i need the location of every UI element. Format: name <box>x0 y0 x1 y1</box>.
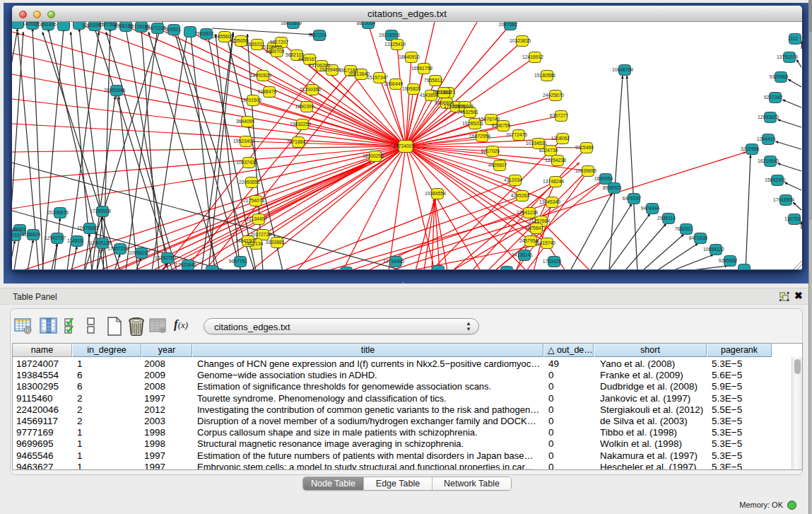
svg-text:9474444: 9474444 <box>641 206 660 211</box>
svg-text:13701506: 13701506 <box>240 98 261 103</box>
svg-text:13748244: 13748244 <box>543 179 564 184</box>
svg-text:2935114: 2935114 <box>657 216 676 221</box>
svg-text:17016504: 17016504 <box>773 197 794 202</box>
svg-text:10334531: 10334531 <box>526 141 547 146</box>
svg-text:16961758: 16961758 <box>411 66 433 71</box>
svg-text:9245652: 9245652 <box>719 258 738 263</box>
svg-text:3215956: 3215956 <box>741 146 760 151</box>
svg-text:5188470: 5188470 <box>258 89 277 94</box>
svg-text:15692301: 15692301 <box>765 177 786 182</box>
svg-text:7955812: 7955812 <box>424 78 443 83</box>
svg-text:8396759: 8396759 <box>492 123 511 128</box>
svg-text:6479197: 6479197 <box>623 196 642 201</box>
svg-text:1112: 1112 <box>788 36 798 41</box>
svg-text:9875847: 9875847 <box>525 226 544 230</box>
svg-text:20772475: 20772475 <box>506 132 527 137</box>
svg-text:10837430: 10837430 <box>236 160 257 165</box>
svg-text:1890399: 1890399 <box>295 104 314 109</box>
svg-text:18724007: 18724007 <box>393 144 414 148</box>
svg-text:19832259: 19832259 <box>290 122 311 127</box>
svg-text:13134457: 13134457 <box>246 216 267 221</box>
svg-text:17957233: 17957233 <box>107 246 129 251</box>
svg-text:39153: 39153 <box>12 233 20 238</box>
svg-text:15076749: 15076749 <box>478 117 500 122</box>
svg-text:17359928: 17359928 <box>90 209 111 214</box>
svg-text:16210643: 16210643 <box>758 158 779 163</box>
svg-text:12093823: 12093823 <box>758 115 779 119</box>
svg-text:4112034: 4112034 <box>504 177 522 182</box>
svg-text:12923446: 12923446 <box>175 262 196 267</box>
svg-text:3333883: 3333883 <box>266 240 285 245</box>
svg-text:12416912: 12416912 <box>522 54 543 59</box>
svg-text:7671884: 7671884 <box>287 139 306 144</box>
svg-text:7632621: 7632621 <box>675 226 694 231</box>
svg-text:9657791: 9657791 <box>229 259 248 264</box>
svg-text:16072954: 16072954 <box>469 134 490 139</box>
svg-text:10323815: 10323815 <box>510 38 531 43</box>
svg-text:9115460: 9115460 <box>575 145 594 150</box>
svg-text:19384554: 19384554 <box>425 191 446 196</box>
svg-text:9329966: 9329966 <box>770 74 789 79</box>
svg-text:8938923: 8938923 <box>603 185 622 190</box>
svg-text:4439167: 4439167 <box>298 57 317 62</box>
svg-text:21257684: 21257684 <box>529 218 550 223</box>
svg-text:18992829: 18992829 <box>250 73 271 78</box>
svg-text:7515521: 7515521 <box>163 27 182 32</box>
svg-text:6357277: 6357277 <box>550 113 569 118</box>
svg-text:7663822: 7663822 <box>195 31 214 36</box>
svg-text:12541238: 12541238 <box>517 210 538 215</box>
svg-text:16782759: 16782759 <box>155 255 176 260</box>
svg-text:8813054: 8813054 <box>357 22 376 25</box>
svg-text:13716485: 13716485 <box>383 259 404 264</box>
svg-text:18300295: 18300295 <box>363 153 384 158</box>
svg-text:1640954: 1640954 <box>594 176 613 181</box>
svg-text:15157347: 15157347 <box>367 75 388 80</box>
svg-text:15180586: 15180586 <box>534 73 555 78</box>
svg-text:9227342: 9227342 <box>764 95 783 100</box>
svg-text:1244415: 1244415 <box>757 136 776 141</box>
svg-text:14136141: 14136141 <box>512 252 533 257</box>
svg-text:13325419: 13325419 <box>384 42 406 47</box>
svg-text:4429607: 4429607 <box>488 163 507 168</box>
svg-text:19218506: 19218506 <box>379 33 400 37</box>
svg-text:8489709: 8489709 <box>266 49 285 54</box>
svg-text:24532561: 24532561 <box>457 110 478 115</box>
svg-text:20206576: 20206576 <box>47 210 69 215</box>
svg-text:21200396: 21200396 <box>300 87 321 92</box>
svg-text:3644095: 3644095 <box>236 119 255 124</box>
svg-text:22093651: 22093651 <box>239 180 260 185</box>
svg-text:12505135: 12505135 <box>90 240 111 245</box>
svg-text:1156829: 1156829 <box>22 232 40 237</box>
svg-text:10958167: 10958167 <box>129 250 150 255</box>
svg-text:116753: 116753 <box>784 216 800 221</box>
svg-text:24641507: 24641507 <box>235 238 257 243</box>
svg-text:985061: 985061 <box>12 227 26 232</box>
svg-text:2066449: 2066449 <box>384 81 404 86</box>
svg-text:2087682: 2087682 <box>499 22 518 27</box>
svg-text:10654122: 10654122 <box>703 247 724 252</box>
svg-text:16415740: 16415740 <box>534 240 555 245</box>
svg-text:7357224: 7357224 <box>308 33 327 37</box>
svg-text:20053346: 20053346 <box>104 88 125 93</box>
svg-text:13045349: 13045349 <box>539 199 560 204</box>
svg-text:1733426: 1733426 <box>543 259 562 264</box>
svg-text:16033809: 16033809 <box>281 22 302 25</box>
svg-text:114519: 114519 <box>67 238 83 243</box>
svg-text:10975667: 10975667 <box>77 226 98 230</box>
svg-text:10648784: 10648784 <box>612 67 633 72</box>
svg-text:1999828: 1999828 <box>402 86 421 91</box>
svg-text:6217026: 6217026 <box>481 148 500 153</box>
svg-text:9217207: 9217207 <box>270 40 289 45</box>
svg-text:18640910: 18640910 <box>399 54 420 59</box>
svg-text:1218062: 1218062 <box>551 136 570 141</box>
svg-text:4245263: 4245263 <box>511 193 530 198</box>
svg-text:20891406: 20891406 <box>35 22 57 27</box>
svg-text:19299464: 19299464 <box>319 67 341 72</box>
svg-text:19285201: 19285201 <box>462 121 483 126</box>
svg-text:13751074: 13751074 <box>777 54 798 59</box>
svg-text:8224730: 8224730 <box>539 148 558 153</box>
svg-text:19523409: 19523409 <box>233 139 254 144</box>
svg-text:12294238: 12294238 <box>545 158 566 163</box>
svg-text:8471636: 8471636 <box>689 235 708 240</box>
svg-text:22806503: 22806503 <box>452 104 473 109</box>
